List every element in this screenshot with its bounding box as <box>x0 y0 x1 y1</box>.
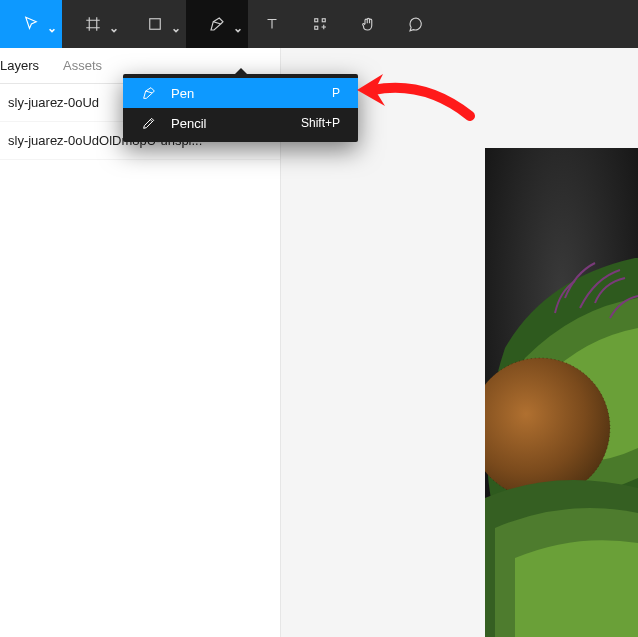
toolbar <box>0 0 638 48</box>
chevron-down-icon <box>234 20 242 28</box>
tab-assets[interactable]: Assets <box>63 58 102 73</box>
hand-tool[interactable] <box>344 0 392 48</box>
dropdown-item-pencil[interactable]: Pencil Shift+P <box>123 108 358 138</box>
pen-tool-dropdown: Pen P Pencil Shift+P <box>123 74 358 142</box>
rectangle-icon <box>146 15 164 33</box>
resources-tool[interactable] <box>296 0 344 48</box>
dropdown-item-label: Pen <box>171 86 318 101</box>
svg-rect-2 <box>322 19 325 22</box>
svg-rect-0 <box>150 19 161 30</box>
comment-icon <box>407 15 425 33</box>
pen-icon <box>208 15 226 33</box>
frame-tool[interactable] <box>62 0 124 48</box>
canvas-image[interactable] <box>485 148 638 637</box>
pen-icon <box>141 85 157 101</box>
move-tool[interactable] <box>0 0 62 48</box>
chevron-down-icon <box>48 20 56 28</box>
tab-layers[interactable]: Layers <box>0 58 39 73</box>
pencil-icon <box>141 115 157 131</box>
svg-rect-3 <box>315 26 318 29</box>
chevron-down-icon <box>110 20 118 28</box>
pen-tool[interactable] <box>186 0 248 48</box>
dropdown-item-pen[interactable]: Pen P <box>123 78 358 108</box>
hand-icon <box>359 15 377 33</box>
shape-tool[interactable] <box>124 0 186 48</box>
chevron-down-icon <box>172 20 180 28</box>
dropdown-item-label: Pencil <box>171 116 287 131</box>
cursor-icon <box>22 15 40 33</box>
frame-icon <box>84 15 102 33</box>
svg-rect-1 <box>315 19 318 22</box>
comment-tool[interactable] <box>392 0 440 48</box>
text-tool[interactable] <box>248 0 296 48</box>
dropdown-item-shortcut: P <box>332 86 340 100</box>
resources-icon <box>311 15 329 33</box>
text-icon <box>263 15 281 33</box>
dropdown-item-shortcut: Shift+P <box>301 116 340 130</box>
